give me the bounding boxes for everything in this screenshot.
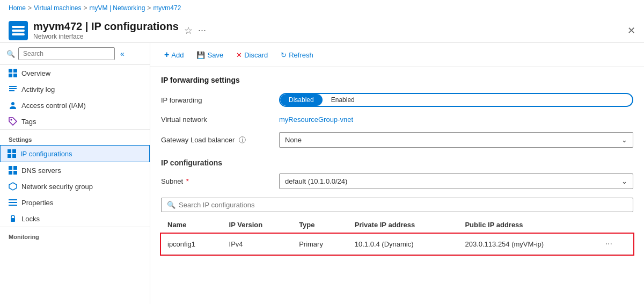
svg-rect-9 — [8, 149, 11, 153]
overview-icon — [9, 69, 17, 77]
gateway-lb-dropdown[interactable]: None ⌄ — [279, 132, 633, 148]
sidebar-item-access-control[interactable]: Access control (IAM) — [0, 97, 150, 113]
add-button[interactable]: + Add — [159, 47, 189, 62]
subnet-label: Subnet * — [161, 177, 279, 185]
refresh-icon: ↻ — [281, 51, 287, 59]
sidebar-item-ip-configurations[interactable]: IP configurations — [0, 145, 150, 162]
discard-icon: ✕ — [236, 51, 242, 59]
svg-rect-19 — [9, 205, 17, 206]
sidebar-item-access-control-label: Access control (IAM) — [21, 102, 86, 110]
sidebar-item-locks-label: Locks — [21, 215, 40, 223]
content-area: + Add 💾 Save ✕ Discard ↻ Refresh IP forw… — [150, 43, 644, 304]
forwarding-section-title: IP forwarding settings — [161, 76, 633, 84]
svg-rect-0 — [9, 69, 12, 73]
ip-forwarding-toggle: Disabled Enabled — [279, 93, 633, 107]
sidebar-search-container: 🔍 « — [0, 43, 150, 65]
cell-ip-version: IPv4 — [223, 234, 293, 255]
cell-public-ip: 203.0.113.254 (myVM-ip) — [458, 234, 596, 255]
breadcrumb-home[interactable]: Home — [9, 4, 26, 12]
sidebar-item-overview[interactable]: Overview — [0, 65, 150, 81]
sidebar-item-properties[interactable]: Properties — [0, 194, 150, 211]
dns-servers-icon — [9, 166, 17, 175]
sidebar-item-tags[interactable]: Tags — [0, 113, 150, 129]
svg-rect-6 — [9, 90, 14, 91]
toggle-disabled[interactable]: Disabled — [280, 94, 323, 106]
breadcrumb: Home > Virtual machines > myVM | Network… — [0, 0, 644, 16]
subnet-required-indicator: * — [186, 177, 189, 185]
sidebar-item-locks[interactable]: Locks — [0, 211, 150, 227]
svg-rect-10 — [12, 149, 16, 153]
search-icon: 🔍 — [6, 50, 15, 58]
subnet-row: Subnet * default (10.1.0.0/24) ⌄ — [161, 173, 633, 189]
svg-rect-18 — [9, 202, 17, 203]
row-actions-button[interactable]: ··· — [603, 239, 614, 249]
toggle-group: Disabled Enabled — [279, 93, 633, 107]
svg-rect-3 — [13, 74, 17, 77]
col-actions — [597, 216, 633, 234]
tags-icon — [9, 117, 17, 126]
title-block: myvm472 | IP configurations Network inte… — [33, 20, 179, 40]
ip-configurations-section: IP configurations Subnet * default (10.1… — [161, 158, 633, 255]
cell-type: Primary — [292, 234, 348, 255]
table-header-row: Name IP Version Type Private IP address … — [161, 216, 633, 234]
main-layout: 🔍 « Overview Activity log — [0, 43, 644, 304]
gateway-lb-label: Gateway Load balancer ⓘ — [161, 135, 279, 145]
sidebar-item-dns-servers[interactable]: DNS servers — [0, 162, 150, 178]
properties-icon — [9, 198, 17, 207]
svg-rect-13 — [9, 166, 12, 170]
col-type: Type — [292, 216, 348, 234]
toggle-enabled[interactable]: Enabled — [323, 94, 363, 106]
toolbar: + Add 💾 Save ✕ Discard ↻ Refresh — [150, 43, 644, 67]
svg-rect-17 — [9, 199, 17, 200]
sidebar-item-dns-servers-label: DNS servers — [21, 167, 61, 175]
breadcrumb-myvm472[interactable]: myvm472 — [153, 4, 181, 12]
refresh-button[interactable]: ↻ Refresh — [275, 48, 319, 62]
close-icon[interactable]: ✕ — [627, 25, 635, 37]
cell-private-ip: 10.1.0.4 (Dynamic) — [348, 234, 459, 255]
more-options-icon[interactable]: ··· — [198, 25, 206, 36]
page-icon-decoration — [10, 24, 27, 38]
ip-forwarding-row: IP forwarding Disabled Enabled — [161, 93, 633, 107]
sidebar: 🔍 « Overview Activity log — [0, 43, 150, 304]
virtual-network-link[interactable]: myResourceGroup-vnet — [279, 115, 353, 124]
ip-config-section-title: IP configurations — [161, 158, 633, 167]
svg-rect-11 — [8, 154, 11, 158]
gateway-lb-info-icon: ⓘ — [239, 136, 246, 144]
collapse-sidebar-button[interactable]: « — [120, 49, 125, 58]
page-header: myvm472 | IP configurations Network inte… — [0, 16, 644, 43]
page-icon — [9, 21, 28, 40]
sidebar-item-activity-log-label: Activity log — [21, 85, 55, 93]
favorite-icon[interactable]: ☆ — [184, 25, 193, 37]
search-ip-config-bar: 🔍 — [161, 198, 633, 212]
col-ip-version: IP Version — [223, 216, 293, 234]
cell-actions[interactable]: ··· — [597, 234, 633, 255]
activity-log-icon — [9, 85, 17, 93]
svg-rect-12 — [12, 154, 16, 158]
search-ip-config-input[interactable] — [179, 201, 340, 209]
settings-section-header: Settings — [0, 129, 150, 145]
ip-config-table: Name IP Version Type Private IP address … — [161, 216, 633, 255]
discard-button[interactable]: ✕ Discard — [231, 48, 273, 62]
locks-icon — [9, 214, 17, 223]
subnet-dropdown[interactable]: default (10.1.0.0/24) ⌄ — [279, 173, 633, 189]
table-row[interactable]: ipconfig1 IPv4 Primary 10.1.0.4 (Dynamic… — [161, 234, 633, 255]
search-input[interactable] — [18, 47, 115, 60]
search-ip-config-icon: 🔍 — [167, 201, 175, 209]
svg-rect-14 — [13, 166, 17, 170]
cell-name: ipconfig1 — [161, 234, 223, 255]
svg-rect-4 — [9, 86, 17, 87]
dropdown-chevron-icon: ⌄ — [621, 136, 627, 144]
save-button[interactable]: 💾 Save — [191, 48, 229, 62]
svg-rect-2 — [9, 74, 12, 77]
breadcrumb-networking[interactable]: myVM | Networking — [90, 4, 145, 12]
virtual-network-row: Virtual network myResourceGroup-vnet — [161, 115, 633, 124]
svg-point-7 — [11, 102, 14, 105]
save-icon: 💾 — [196, 51, 205, 59]
svg-point-8 — [11, 119, 12, 121]
sidebar-item-network-security-group[interactable]: Network security group — [0, 178, 150, 194]
sidebar-item-activity-log[interactable]: Activity log — [0, 81, 150, 97]
page-title: myvm472 | IP configurations — [33, 20, 179, 33]
sidebar-item-ip-configurations-label: IP configurations — [20, 150, 72, 158]
breadcrumb-vms[interactable]: Virtual machines — [34, 4, 82, 12]
svg-rect-16 — [13, 171, 17, 175]
